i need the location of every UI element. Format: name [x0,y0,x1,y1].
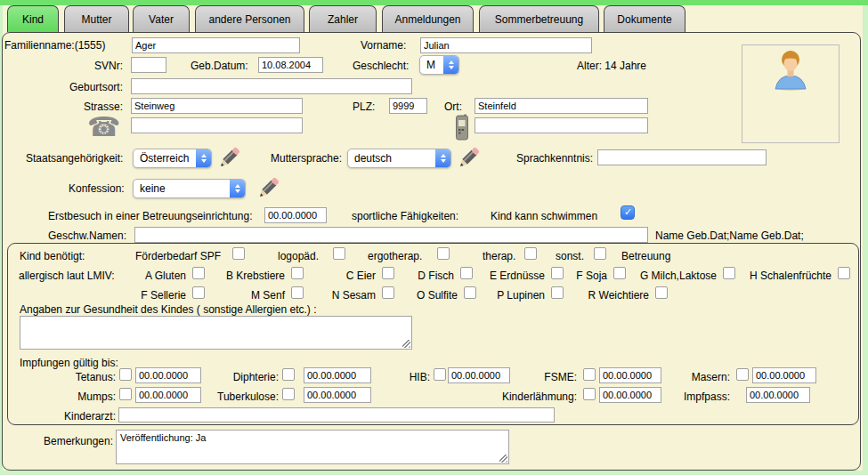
sportliche-faehigkeiten-label: sportliche Fähigkeiten: [352,210,458,222]
app-window: Kind Mutter Vater andere Personen Zahler… [0,0,868,475]
plz-label: PLZ: [353,101,375,113]
gebdatum-input[interactable] [258,57,323,73]
kind-kann-schwimmen-label: Kind kann schwimmen [491,210,597,222]
checkbox-foerderbedarf-spf[interactable] [232,247,245,260]
mumps-input[interactable] [135,387,201,403]
tab-anmeldungen-label: Anmeldungen [394,13,460,26]
kind-benoetigt-label: Kind benötigt: [20,250,85,262]
kinderlaehmung-label: Kinderlähmung: [495,390,577,403]
checkbox-masern[interactable] [736,368,749,381]
familienname-input[interactable] [132,37,300,53]
tab-kind[interactable]: Kind [7,5,59,32]
mobile-phone-icon [455,114,470,141]
checkbox-sonst[interactable] [594,247,606,260]
checkbox-therap[interactable] [524,247,537,260]
impfpass-input[interactable] [746,387,810,403]
checkbox-allergy-schalenfruechte[interactable] [838,267,850,279]
strasse-input[interactable] [131,98,303,114]
muttersprache-select[interactable]: deutsch [347,149,451,168]
resize-grip-icon[interactable] [402,340,410,348]
allergy-sellerie-label: F Sellerie [124,289,186,302]
gesundheit-label: Angaben zur Gesundheit des Kindes ( sons… [20,303,317,316]
edit-pencil-icon[interactable] [456,144,483,171]
kinderlaehmung-input[interactable] [599,387,661,403]
konfession-select[interactable]: keine [133,179,246,198]
staatsangehoerigkeit-select[interactable]: Österreich [133,149,212,168]
checkbox-allergy-soja[interactable] [613,267,626,279]
vorname-input[interactable] [420,37,592,53]
checkbox-allergy-senf[interactable] [291,286,304,299]
checkbox-logopaed[interactable] [333,247,345,260]
sprachkenntnis-input[interactable] [597,149,767,165]
hib-input[interactable] [448,367,510,383]
familienname-label: Familienname:(1555) [4,39,105,52]
geburtsort-input[interactable] [131,78,412,94]
geschlecht-select[interactable]: M [419,55,459,75]
erstbesuch-input[interactable] [264,207,327,223]
checkbox-hib[interactable] [434,368,446,381]
telephone-icon [87,114,120,141]
masern-label: Masern: [682,371,730,383]
edit-pencil-icon[interactable] [216,144,243,171]
checkbox-allergy-weichtiere[interactable] [655,286,668,299]
checkbox-allergy-sellerie[interactable] [192,286,205,299]
svnr-input[interactable] [131,57,166,73]
checkbox-ergotherap[interactable] [437,247,450,260]
tab-zahler-label: Zahler [328,13,358,26]
mumps-label: Mumps: [45,390,116,403]
vorname-label: Vorname: [361,39,406,52]
checkbox-allergy-krebstiere[interactable] [291,267,304,279]
allergy-milch-label: G Milch,Laktose [628,270,717,282]
geschw-format-hint: Name Geb.Dat;Name Geb.Dat; [655,229,804,242]
gesundheit-textarea[interactable] [20,316,412,350]
stepper-icon [230,180,245,197]
alter-text: Alter: 14 Jahre [577,60,646,72]
masern-input[interactable] [752,367,816,383]
staatsangehoerigkeit-value: Österreich [134,152,196,165]
ort-input[interactable] [475,98,648,114]
resize-grip-icon[interactable] [499,455,507,463]
tab-andere-personen[interactable]: andere Personen [195,5,304,32]
fsme-input[interactable] [599,367,661,383]
logopaed-label: logopäd. [278,250,319,262]
allergy-weichtiere-label: R Weichtiere [560,289,649,302]
telefon-input[interactable] [131,117,303,133]
tuberkulose-input[interactable] [304,387,371,403]
therap-label: therap. [483,250,515,262]
konfession-value: keine [134,182,230,195]
tetanus-label: Tetanus: [45,371,116,383]
allergy-lupinen-label: P Lupinen [465,289,545,302]
tab-mutter[interactable]: Mutter [64,5,129,32]
kinderarzt-input[interactable] [118,407,555,423]
allergy-schalenfruechte-label: H Schalenfrüchte [734,270,831,282]
checkbox-mumps[interactable] [119,388,132,400]
checkbox-tuberkulose[interactable] [282,388,295,400]
erstbesuch-label: Erstbesuch in einer Betreuungseinrichtun… [48,210,252,222]
bemerkungen-textarea[interactable]: Veröffentlichung: Ja [116,430,509,464]
impfungen-label: Impfungen gültig bis: [20,357,118,369]
mobil-input[interactable] [475,117,648,133]
checkbox-kinderlaehmung[interactable] [583,388,596,400]
tab-vater[interactable]: Vater [133,5,190,32]
konfession-label: Konfession: [69,182,125,195]
checkbox-diphterie[interactable] [282,368,295,381]
person-avatar-icon [770,49,811,92]
geburtsort-label: Geburtsort: [52,81,123,93]
tetanus-input[interactable] [135,367,201,383]
tab-dokumente[interactable]: Dokumente [604,5,685,32]
tab-zahler[interactable]: Zahler [309,5,377,32]
checkbox-tetanus[interactable] [119,368,132,381]
checkbox-allergy-sesam[interactable] [382,286,394,299]
allergy-erdnuesse-label: E Erdnüsse [465,270,545,282]
edit-pencil-icon[interactable] [256,174,282,201]
checkbox-kann-schwimmen[interactable] [621,205,635,220]
plz-input[interactable] [389,98,427,114]
tab-anmeldungen[interactable]: Anmeldungen [382,5,474,32]
diphterie-input[interactable] [304,367,371,383]
muttersprache-label: Muttersprache: [271,152,342,165]
tab-sommerbetreuung[interactable]: Sommerbetreuung [479,5,599,32]
child-photo-box[interactable] [742,44,840,143]
checkbox-fsme[interactable] [583,368,596,381]
checkbox-allergy-gluten[interactable] [192,267,205,279]
geschw-namen-input[interactable] [134,227,648,243]
